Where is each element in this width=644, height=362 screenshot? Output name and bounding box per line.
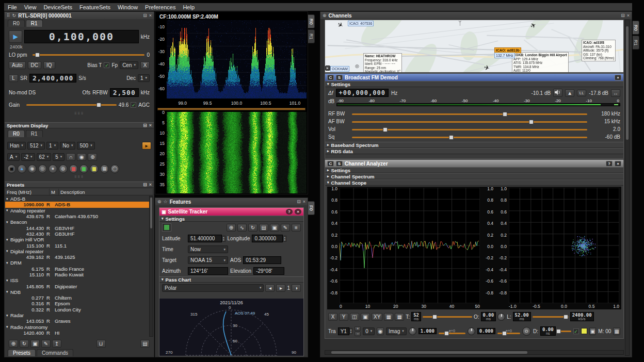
amplitude-exp-control[interactable]: e+0 <box>439 330 465 333</box>
channel-offset-display[interactable]: +00,000,000 <box>336 89 389 97</box>
resize-grip[interactable]: ⠿⠿⠿ <box>5 112 154 115</box>
section-rds-data[interactable]: ▸RDS data <box>325 148 623 154</box>
menu-item-preferences[interactable]: Preferences <box>141 4 179 10</box>
display-option-button[interactable]: ▲ <box>18 164 26 173</box>
display-settings-button[interactable]: ≡ <box>292 224 301 232</box>
channel-c-button[interactable]: C <box>327 75 334 80</box>
close-icon[interactable]: × <box>627 13 630 18</box>
tab-r1[interactable]: R1 <box>26 130 43 137</box>
display-option-button[interactable]: ◯ <box>110 164 119 173</box>
audio-mute-button[interactable] <box>553 89 562 97</box>
curve-style-button[interactable]: ∩ <box>66 153 75 161</box>
tab-r0[interactable]: R0 <box>8 20 25 27</box>
load-preset-button[interactable]: ▤ <box>140 340 150 348</box>
add-feature-icon[interactable]: ⊕ <box>157 199 162 204</box>
channels-vertical-scrollbar[interactable] <box>625 20 630 356</box>
tracker-start-button[interactable] <box>162 223 171 232</box>
amplitude-dial[interactable] <box>409 327 416 335</box>
preset-group-row[interactable]: ▾ADS-B <box>5 196 149 202</box>
preset-item-row[interactable]: 6.175RRadio France <box>5 266 149 272</box>
preset-group-row[interactable]: ▾Radio Astronomy <box>5 324 149 330</box>
sq-slider[interactable] <box>352 134 587 140</box>
shrink-icon[interactable]: ⊟ <box>143 182 147 187</box>
display-option-button[interactable]: ● <box>49 164 57 173</box>
agc-checkbox[interactable]: ✓ <box>131 102 136 108</box>
tracker-settings-section[interactable]: ▾ Settings <box>159 216 303 222</box>
display-option-button[interactable]: ◼ <box>7 164 16 173</box>
waterfall-plot[interactable] <box>167 112 307 193</box>
delete-preset-button[interactable]: ⊔ <box>96 340 106 348</box>
frequency-zoom-bar[interactable] <box>157 108 305 110</box>
next-pass-button[interactable]: ▸ <box>276 284 285 292</box>
rate-mode-button[interactable]: L <box>9 74 18 82</box>
time-offset-dial[interactable] <box>497 313 505 321</box>
transverter-button[interactable]: X <box>140 61 150 69</box>
close-icon[interactable]: × <box>303 199 305 204</box>
close-icon[interactable]: × <box>149 123 152 128</box>
marker-button[interactable]: ⊕ <box>88 153 97 161</box>
star-icon[interactable]: ☆ <box>164 199 168 204</box>
update-preset-button[interactable]: ↻ <box>20 340 29 348</box>
shrink-icon[interactable]: ⊟ <box>621 13 625 18</box>
link-button[interactable]: ∿ <box>237 224 247 232</box>
satellite-tracker-title-bar[interactable]: ▣ Satellite Tracker ? × <box>159 208 303 216</box>
dark-theme-button[interactable]: ◑ <box>292 284 301 292</box>
auto-button[interactable]: Auto <box>9 61 26 69</box>
calibration-button[interactable]: ◉ <box>77 153 86 161</box>
help-button[interactable]: ? <box>606 161 613 167</box>
aircraft-icao-label[interactable]: ICAO: 407536 <box>348 21 374 26</box>
show-map-button[interactable]: ▤ <box>259 224 268 232</box>
frequency-display[interactable]: 0,100,000 <box>24 30 139 43</box>
tab-presets[interactable]: Presets <box>8 349 36 356</box>
preset-item-row[interactable]: 115.100R115.1 <box>5 242 149 248</box>
autosave-button[interactable]: ▣ <box>270 224 279 232</box>
spinner-arrows[interactable]: ▴▾ <box>222 236 226 242</box>
channel-s-button[interactable]: S <box>336 75 343 80</box>
spectrum-combo[interactable]: 62▾ <box>37 153 52 161</box>
close-icon[interactable]: × <box>149 182 152 187</box>
tab-r0[interactable]: R0 <box>8 130 25 137</box>
spectrum-combo[interactable]: -2▾ <box>21 153 35 161</box>
spectrum-combo[interactable]: Han▾ <box>7 142 26 150</box>
memory-save-button[interactable]: ▣ <box>589 327 597 335</box>
preset-item-row[interactable]: 439.675RCaterham 439.6750 <box>5 213 149 219</box>
o-dial[interactable]: O <box>522 327 531 336</box>
trace-select[interactable]: Y1 <box>338 327 349 335</box>
channel-s-button[interactable]: S <box>336 161 343 167</box>
reload-device-icon[interactable]: ↻ <box>12 13 17 18</box>
save-preset-button[interactable]: ▣ <box>30 340 40 348</box>
preset-group-row[interactable]: ▾Digital repeater <box>5 249 149 254</box>
grid-intensity-button[interactable]: ▦ <box>384 313 393 321</box>
preset-group-row[interactable]: ▾Beacon <box>5 219 149 225</box>
iq-button[interactable]: IQ <box>43 61 55 69</box>
remove-trace-button[interactable]: − <box>355 332 361 336</box>
display-option-button[interactable]: ◎ <box>38 164 47 173</box>
lo-ppm-slider[interactable] <box>33 52 144 58</box>
preset-item-row[interactable]: 0.277RChiltern <box>5 295 149 301</box>
channel-spectrum-section[interactable]: ▸ Channel Spectrum <box>325 173 623 179</box>
display-option-button[interactable]: ▦ <box>100 164 109 173</box>
trace-color-swatch[interactable] <box>581 328 587 334</box>
channel-c-button[interactable]: C <box>327 161 334 167</box>
preset-item-row[interactable]: 1420.400RHI <box>5 330 149 336</box>
prev-pass-button[interactable]: ◂ <box>265 284 275 292</box>
spectrum-combo[interactable]: No▾ <box>60 142 75 150</box>
analyzer-settings-section[interactable]: ▸ Settings <box>325 167 623 173</box>
squelch-icon-button[interactable]: ▲ <box>565 89 574 97</box>
audio-loop-button[interactable]: ↔ <box>611 89 620 97</box>
presets-scrollbar[interactable] <box>149 196 153 337</box>
fc-position-combo[interactable]: Cen▾ <box>120 61 138 69</box>
preset-group-row[interactable]: ▾ISS <box>5 277 149 283</box>
preset-group-row[interactable]: ▾DRM <box>5 260 149 266</box>
preset-item-row[interactable]: 0.316REpsom <box>5 301 149 306</box>
grip-icon[interactable]: ⠿ <box>7 13 10 18</box>
right-workspace-tab-r0[interactable]: R0 <box>633 21 639 35</box>
add-preset-button[interactable]: ⊕ <box>9 340 18 348</box>
add-channel-icon[interactable]: ⊕ <box>323 13 327 18</box>
scope-xy-display[interactable] <box>509 188 619 303</box>
ockham-label[interactable]: OCKHAM <box>330 66 349 72</box>
preset-item-row[interactable]: 0.322RLondon City <box>5 307 149 312</box>
channel-scope-section[interactable]: ▾ Channel Scope <box>325 179 623 186</box>
edit-preset-button[interactable]: ✎ <box>41 340 51 348</box>
close-icon[interactable]: × <box>149 13 152 18</box>
